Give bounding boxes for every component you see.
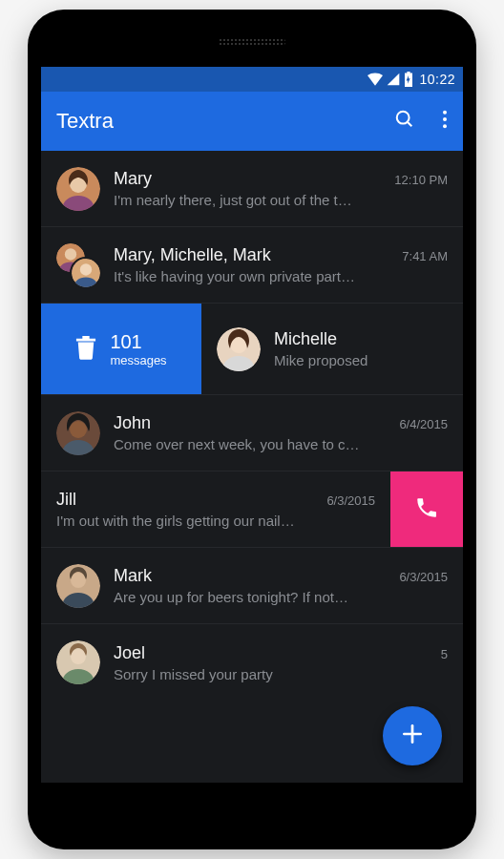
phone-frame: 10:22 Textra M [28, 10, 476, 849]
conversation-name: Jill [56, 490, 319, 510]
avatar [56, 640, 100, 684]
svg-point-8 [65, 248, 76, 260]
conversation-name: Mark [114, 566, 391, 586]
conversation-row[interactable]: Joel 5 Sorry I missed your party [41, 624, 463, 701]
conversation-name: Joel [114, 643, 433, 663]
svg-point-16 [71, 573, 86, 588]
conversation-time: 5 [441, 647, 448, 661]
conversation-row-swiped-call[interactable]: Jill 6/3/2015 I'm out with the girls get… [41, 471, 463, 548]
call-action[interactable] [390, 471, 463, 547]
phone-icon [414, 495, 439, 524]
conversation-time: 7:41 AM [402, 249, 448, 263]
plus-icon [400, 722, 425, 750]
app-title: Textra [56, 109, 394, 134]
conversation-preview: I'm out with the girls getting our nail… [56, 513, 375, 529]
status-clock: 10:22 [419, 72, 455, 87]
conversation-row[interactable]: Mary, Michelle, Mark 7:41 AM It's like h… [41, 227, 463, 304]
svg-point-14 [70, 421, 87, 438]
svg-point-3 [443, 117, 447, 121]
conversation-time: 6/4/2015 [399, 417, 448, 431]
compose-fab[interactable] [383, 706, 442, 765]
screen: 10:22 Textra M [41, 67, 463, 783]
conversation-preview: It's like having your own private part… [114, 268, 448, 284]
delete-action[interactable]: 101 messages [41, 304, 201, 394]
avatar [56, 564, 100, 608]
wifi-icon [368, 73, 383, 86]
conversation-row[interactable]: John 6/4/2015 Come over next week, you h… [41, 395, 463, 471]
svg-point-10 [80, 263, 92, 275]
conversation-row[interactable]: Mark 6/3/2015 Are you up for beers tonig… [41, 548, 463, 624]
status-bar: 10:22 [41, 67, 463, 92]
conversation-row-swiped-delete[interactable]: 101 messages Michelle Mike proposed [41, 304, 463, 395]
conversation-time: 12:10 PM [394, 173, 448, 187]
conversation-time: 6/3/2015 [326, 493, 375, 508]
conversation-preview: Mike proposed [274, 352, 448, 368]
cell-signal-icon [387, 73, 400, 86]
avatar-group [56, 243, 100, 287]
conversation-row[interactable]: Mary 12:10 PM I'm nearly there, just got… [41, 151, 463, 227]
conversation-list: Mary 12:10 PM I'm nearly there, just got… [41, 151, 463, 783]
avatar [217, 327, 261, 371]
app-bar: Textra [41, 92, 463, 151]
svg-point-18 [71, 649, 86, 664]
svg-line-1 [408, 122, 412, 127]
battery-icon [404, 72, 413, 87]
conversation-preview: I'm nearly there, just got out of the t… [114, 192, 448, 208]
conversation-time: 6/3/2015 [399, 570, 448, 584]
svg-point-0 [397, 112, 410, 124]
conversation-name: Mary [114, 169, 387, 189]
conversation-preview: Sorry I missed your party [114, 666, 448, 682]
delete-label: messages [110, 353, 166, 368]
phone-speaker [219, 38, 285, 46]
svg-point-4 [443, 124, 447, 128]
conversation-preview: Are you up for beers tonight? If not… [114, 589, 448, 605]
conversation-name: John [114, 413, 391, 433]
conversation-name: Mary, Michelle, Mark [114, 245, 394, 265]
avatar [56, 167, 100, 211]
more-menu-icon[interactable] [442, 110, 448, 133]
avatar [56, 411, 100, 455]
trash-icon [75, 335, 96, 364]
conversation-preview: Come over next week, you have to c… [114, 436, 448, 452]
conversation-name: Michelle [274, 329, 448, 349]
delete-count: 101 [110, 330, 166, 353]
svg-point-2 [443, 111, 447, 115]
search-icon[interactable] [394, 109, 415, 134]
